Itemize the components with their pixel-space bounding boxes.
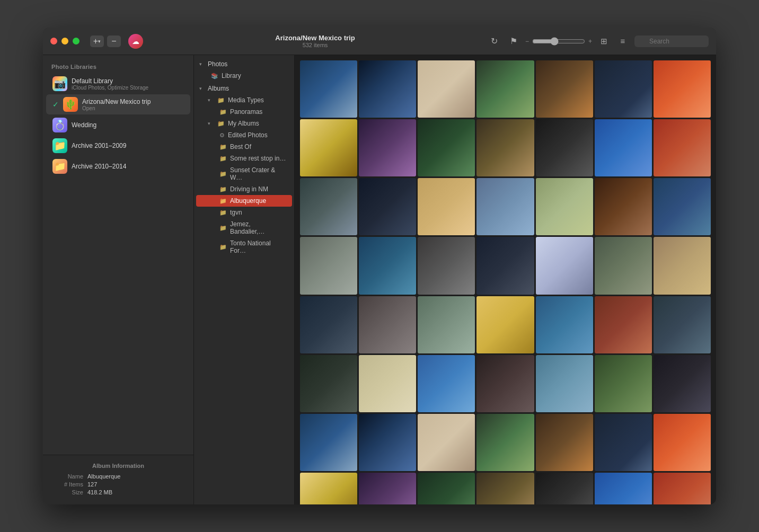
photo-cell[interactable] <box>418 355 475 412</box>
photo-cell[interactable] <box>300 178 357 235</box>
photo-cell[interactable] <box>359 414 416 471</box>
add-button[interactable]: + ▾ <box>90 36 104 47</box>
nav-item-library[interactable]: 📚 Library <box>196 70 292 82</box>
minimize-button[interactable] <box>61 38 68 45</box>
person-icon-btn[interactable]: ⚑ <box>506 34 521 49</box>
photo-cell[interactable] <box>418 178 475 235</box>
nav-album-item-5[interactable]: 📁Albuquerque <box>196 195 292 207</box>
nav-album-item-6[interactable]: 📁tgvn <box>196 207 292 218</box>
list-view-button[interactable]: ≡ <box>615 34 630 49</box>
photo-cell[interactable] <box>536 296 593 353</box>
photo-cell[interactable] <box>654 296 711 353</box>
photo-cell[interactable] <box>300 355 357 412</box>
nav-album-label-0: Edited Photos <box>228 131 268 139</box>
photo-cell[interactable] <box>595 355 652 412</box>
nav-item-panoramas[interactable]: 📁 Panoramas <box>196 106 292 118</box>
photo-cell[interactable] <box>359 119 416 176</box>
photo-cell[interactable] <box>654 414 711 471</box>
info-name-label: Name <box>51 473 83 480</box>
photo-cell[interactable] <box>359 296 416 353</box>
library-icon-default: 📷 <box>52 76 67 91</box>
photo-cell[interactable] <box>418 473 475 504</box>
nav-album-item-2[interactable]: 📁Some rest stop in… <box>196 153 292 164</box>
photo-cell[interactable] <box>595 414 652 471</box>
photo-cell[interactable] <box>359 473 416 504</box>
titlebar-actions: ↻ ⚑ − + ⊞ ≡ 🔍 <box>487 34 709 49</box>
albums-section-header[interactable]: ▾ Albums <box>194 83 294 94</box>
photo-cell[interactable] <box>359 355 416 412</box>
photo-cell[interactable] <box>654 355 711 412</box>
library-item-arizona[interactable]: ✓ 🌵 Arizona/New Mexico trip Open <box>46 94 190 114</box>
photo-cell[interactable] <box>536 237 593 294</box>
folder-icon: 📁 <box>219 225 227 232</box>
nav-album-item-8[interactable]: 📁Tonto National For… <box>196 237 292 256</box>
media-types-label: Media Types <box>228 96 264 104</box>
library-item-archive1[interactable]: 📁 Archive 2001–2009 <box>46 136 190 156</box>
photo-cell[interactable] <box>536 473 593 504</box>
photo-cell[interactable] <box>476 355 534 412</box>
folder-icon: 📁 <box>219 155 227 162</box>
library-item-default[interactable]: 📷 Default Library iCloud Photos, Optimiz… <box>46 74 190 94</box>
photo-thumbnail <box>359 473 416 504</box>
library-item-wedding[interactable]: 💍 Wedding <box>46 115 190 135</box>
maximize-button[interactable] <box>73 38 80 45</box>
library-item-archive2[interactable]: 📁 Archive 2010–2014 <box>46 156 190 176</box>
photo-cell[interactable] <box>654 473 711 504</box>
photo-thumbnail <box>654 178 711 235</box>
photo-cell[interactable] <box>536 119 593 176</box>
nav-album-item-1[interactable]: 📁Best Of <box>196 141 292 153</box>
nav-album-item-3[interactable]: 📁Sunset Crater & W… <box>196 164 292 183</box>
photos-section-header[interactable]: ▾ Photos <box>194 58 294 70</box>
photo-cell[interactable] <box>476 119 534 176</box>
photo-cell[interactable] <box>300 414 357 471</box>
zoom-slider[interactable] <box>532 37 585 46</box>
rotate-icon-btn[interactable]: ↻ <box>487 34 502 49</box>
photo-cell[interactable] <box>595 60 652 118</box>
photo-cell[interactable] <box>654 237 711 294</box>
photo-cell[interactable] <box>418 237 475 294</box>
main-content[interactable] <box>295 55 716 504</box>
photo-thumbnail <box>300 414 357 471</box>
photo-cell[interactable] <box>536 178 593 235</box>
nav-album-item-4[interactable]: 📁Driving in NM <box>196 183 292 195</box>
photo-cell[interactable] <box>654 60 711 118</box>
photo-cell[interactable] <box>418 60 475 118</box>
photo-cell[interactable] <box>595 119 652 176</box>
photo-cell[interactable] <box>300 60 357 118</box>
grid-view-button[interactable]: ⊞ <box>596 34 611 49</box>
photo-cell[interactable] <box>476 178 534 235</box>
nav-album-item-0[interactable]: ⚙Edited Photos <box>196 129 292 141</box>
search-input[interactable] <box>634 36 709 47</box>
photo-thumbnail <box>536 178 593 235</box>
photo-cell[interactable] <box>595 178 652 235</box>
photo-cell[interactable] <box>536 60 593 118</box>
photo-cell[interactable] <box>300 119 357 176</box>
photo-cell[interactable] <box>300 237 357 294</box>
photo-cell[interactable] <box>595 473 652 504</box>
close-button[interactable] <box>50 38 57 45</box>
photo-cell[interactable] <box>536 414 593 471</box>
photo-cell[interactable] <box>300 473 357 504</box>
photo-cell[interactable] <box>418 414 475 471</box>
photo-cell[interactable] <box>359 60 416 118</box>
nav-item-media-types[interactable]: ▾ 📁 Media Types <box>196 94 292 106</box>
nav-album-item-7[interactable]: 📁Jemez, Bandalier,… <box>196 218 292 237</box>
photo-cell[interactable] <box>359 237 416 294</box>
photo-cell[interactable] <box>476 473 534 504</box>
remove-button[interactable]: − <box>107 36 121 47</box>
nav-item-my-albums[interactable]: ▾ 📁 My Albums <box>196 118 292 129</box>
photo-cell[interactable] <box>300 296 357 353</box>
photo-cell[interactable] <box>476 237 534 294</box>
photo-cell[interactable] <box>595 237 652 294</box>
photo-cell[interactable] <box>536 355 593 412</box>
photo-cell[interactable] <box>476 60 534 118</box>
photo-cell[interactable] <box>359 178 416 235</box>
photo-thumbnail <box>476 60 534 118</box>
photo-cell[interactable] <box>476 414 534 471</box>
photo-cell[interactable] <box>654 119 711 176</box>
photo-cell[interactable] <box>654 178 711 235</box>
photo-cell[interactable] <box>418 296 475 353</box>
photo-cell[interactable] <box>595 296 652 353</box>
photo-cell[interactable] <box>476 296 534 353</box>
photo-cell[interactable] <box>418 119 475 176</box>
